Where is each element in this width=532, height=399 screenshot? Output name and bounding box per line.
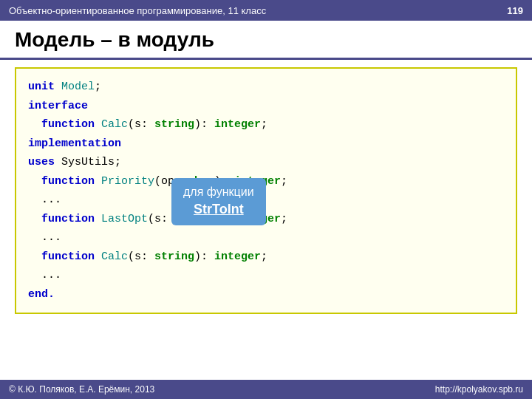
code-line-9: ... (28, 228, 504, 248)
code-line-8: function LastOpt(s: string): integer; (28, 210, 504, 229)
tooltip-line1: для функции (183, 184, 254, 200)
code-line-12: end. (28, 285, 504, 304)
footer: © К.Ю. Поляков, Е.А. Ерёмин, 2013 http:/… (0, 380, 532, 399)
code-line-6: function Priority(op: char): integer; (28, 172, 504, 191)
header-page: 119 (507, 5, 523, 16)
code-line-1: unit Model; (28, 78, 504, 97)
kw-interface: interface (28, 100, 88, 112)
footer-left: © К.Ю. Поляков, Е.А. Ерёмин, 2013 (9, 384, 154, 395)
code-line-10: function Calc(s: string): integer; (28, 248, 504, 267)
code-line-4: implementation (28, 134, 504, 154)
header-title: Объектно-ориентированное программировани… (9, 5, 266, 16)
kw-implementation: implementation (28, 137, 121, 150)
code-line-2: interface (28, 97, 504, 116)
kw-unit: unit (28, 81, 61, 93)
code-line-3: function Calc(s: string): integer; (28, 115, 504, 134)
tooltip-line2: StrToInt (183, 200, 254, 219)
code-line-5: uses SysUtils; (28, 153, 504, 172)
code-line-7: ... (28, 191, 504, 210)
code-block: unit Model; interface function Calc(s: s… (15, 67, 517, 314)
tooltip-bubble: для функции StrToInt (171, 178, 266, 225)
model-name: Model (61, 81, 95, 93)
footer-right: http://kpolyakov.spb.ru (435, 384, 523, 395)
slide-title: Модель – в модуль (0, 21, 532, 60)
code-line-11: ... (28, 266, 504, 285)
header: Объектно-ориентированное программировани… (0, 0, 532, 21)
